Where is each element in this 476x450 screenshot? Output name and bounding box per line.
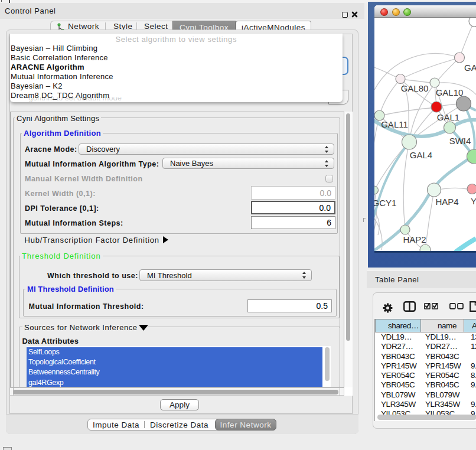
svg-text:GAL10: GAL10: [436, 87, 464, 97]
svg-text:GAL80: GAL80: [401, 83, 429, 93]
svg-text:GCY1: GCY1: [374, 198, 396, 208]
svg-text:GAL4: GAL4: [410, 150, 432, 160]
svg-text:Y: Y: [471, 196, 476, 206]
svg-text:HAP2: HAP2: [403, 234, 426, 244]
svg-text:GAL1: GAL1: [437, 112, 459, 122]
svg-text:HAP4: HAP4: [435, 197, 458, 207]
svg-text:GAL11: GAL11: [381, 119, 408, 129]
svg-text:SWI4: SWI4: [449, 136, 471, 146]
svg-text:GAL7: GAL7: [464, 63, 476, 73]
